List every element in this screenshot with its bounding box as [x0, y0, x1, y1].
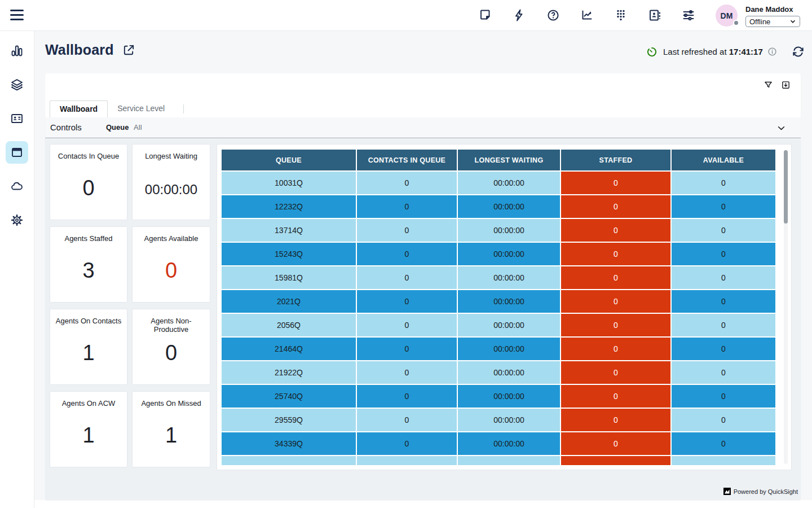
table-cell: 0 [672, 266, 775, 289]
refresh-icon[interactable] [792, 45, 805, 58]
tab-service-level[interactable]: Service Level [108, 100, 174, 117]
gear-icon [10, 213, 24, 227]
external-link-icon[interactable] [122, 43, 135, 56]
table-cell-partial [561, 456, 670, 465]
table-cell: 0 [672, 361, 775, 384]
table-cell: 0 [357, 266, 457, 289]
column-header[interactable]: AVAILABLE [672, 150, 775, 170]
table-cell: 0 [561, 290, 670, 313]
table-cell: 00:00:00 [458, 219, 560, 242]
table-cell: 0 [357, 172, 457, 194]
page-title: Wallboard [45, 42, 114, 58]
layers-icon [10, 78, 24, 91]
info-icon[interactable] [767, 47, 777, 56]
status-select[interactable]: Offline [745, 16, 800, 27]
table-cell: 00:00:00 [458, 361, 560, 384]
table-cell: 0 [672, 385, 775, 408]
kpi-value: 0 [50, 176, 127, 200]
kpi-value: 1 [133, 423, 210, 448]
table-cell: 0 [672, 314, 775, 336]
table-cell: 0 [357, 314, 457, 336]
queue-name-cell: 21922Q [222, 361, 356, 384]
queue-name-cell: 2056Q [222, 314, 356, 336]
table-cell-partial [222, 456, 356, 465]
top-bar: DM Dane Maddox Offline [0, 0, 812, 31]
table-cell: 0 [357, 243, 457, 265]
queue-filter[interactable]: Queue All [106, 123, 142, 132]
last-refreshed-text: Last refreshed at 17:41:17 [663, 47, 763, 56]
table-cell: 0 [561, 361, 670, 384]
dashboard-panel: Wallboard Service Level Controls Queue A… [45, 73, 801, 500]
contacts-icon[interactable] [648, 8, 661, 22]
table-cell: 00:00:00 [458, 290, 560, 313]
queue-table-card: QUEUECONTACTS IN QUEUELONGEST WAITINGSTA… [217, 144, 792, 470]
table-cell: 0 [672, 195, 775, 218]
table-cell: 00:00:00 [458, 266, 560, 289]
kpi-label: Agents Staffed [50, 234, 127, 243]
queue-name-cell: 15981Q [222, 266, 356, 289]
page-header: Wallboard [45, 42, 135, 58]
queue-name-cell: 2021Q [222, 290, 356, 313]
sliders-icon[interactable] [682, 8, 695, 22]
column-header[interactable]: STAFFED [561, 150, 670, 170]
kpi-label: Agents Available [133, 234, 210, 243]
hamburger-menu-icon[interactable] [10, 10, 24, 21]
table-cell: 0 [357, 290, 457, 313]
queue-name-cell: 15243Q [222, 243, 356, 265]
avatar[interactable]: DM [716, 5, 738, 27]
sidebar-item-wallboard[interactable] [6, 141, 28, 164]
status-select-value: Offline [749, 17, 770, 26]
kpi-value: 1 [50, 341, 127, 365]
powered-by-text: Powered by QuickSight [734, 488, 798, 495]
table-cell: 0 [561, 409, 670, 431]
sidebar-item-cloud[interactable] [6, 175, 28, 198]
table-cell-partial [357, 456, 457, 465]
kpi-label: Longest Waiting [133, 152, 210, 160]
table-cell: 0 [357, 338, 457, 360]
kpi-card: Agents Available0 [132, 226, 210, 303]
queue-filter-label: Queue [106, 123, 129, 132]
table-cell: 0 [672, 172, 775, 194]
sidebar-item-settings[interactable] [6, 209, 28, 231]
queue-name-cell: 21464Q [222, 338, 356, 360]
sidebar [0, 31, 34, 508]
queue-filter-value: All [134, 123, 142, 132]
line-chart-icon[interactable] [580, 8, 594, 22]
table-scrollbar-thumb[interactable] [784, 150, 788, 224]
column-header[interactable]: QUEUE [222, 150, 356, 170]
queue-name-cell: 12232Q [222, 195, 356, 218]
table-cell: 0 [357, 219, 457, 242]
filter-icon[interactable] [764, 80, 773, 90]
table-cell: 00:00:00 [458, 314, 560, 336]
table-cell: 0 [357, 385, 457, 408]
table-cell: 0 [561, 172, 670, 194]
table-cell: 0 [672, 338, 775, 360]
controls-collapse-chevron-icon[interactable] [776, 123, 786, 133]
sidebar-item-metrics[interactable] [6, 40, 28, 62]
table-cell: 0 [561, 432, 670, 455]
table-cell: 00:00:00 [458, 243, 560, 265]
avatar-initials: DM [721, 11, 733, 20]
sidebar-item-flows[interactable] [6, 73, 28, 96]
tab-wallboard[interactable]: Wallboard [50, 100, 108, 117]
dialpad-icon[interactable] [614, 8, 628, 22]
kpi-value: 00:00:00 [133, 182, 210, 198]
column-header[interactable]: CONTACTS IN QUEUE [357, 150, 457, 170]
table-cell: 0 [672, 409, 775, 431]
top-icon-row [479, 8, 695, 22]
table-cell: 00:00:00 [458, 195, 560, 218]
note-icon[interactable] [479, 8, 492, 22]
kpi-label: Agents On ACW [50, 399, 127, 408]
powered-by: Powered by QuickSight [723, 488, 798, 495]
kpi-value: 0 [133, 259, 210, 283]
cloud-icon [10, 179, 24, 193]
column-header[interactable]: LONGEST WAITING [458, 150, 560, 170]
table-cell: 0 [561, 219, 670, 242]
kpi-card: Longest Waiting00:00:00 [132, 144, 210, 220]
lightning-icon[interactable] [513, 8, 526, 22]
user-name: Dane Maddox [745, 5, 793, 14]
kpi-card: Agents On Missed1 [132, 391, 210, 467]
export-icon[interactable] [781, 80, 791, 90]
sidebar-item-contacts[interactable] [6, 107, 28, 130]
help-icon[interactable] [546, 8, 560, 22]
